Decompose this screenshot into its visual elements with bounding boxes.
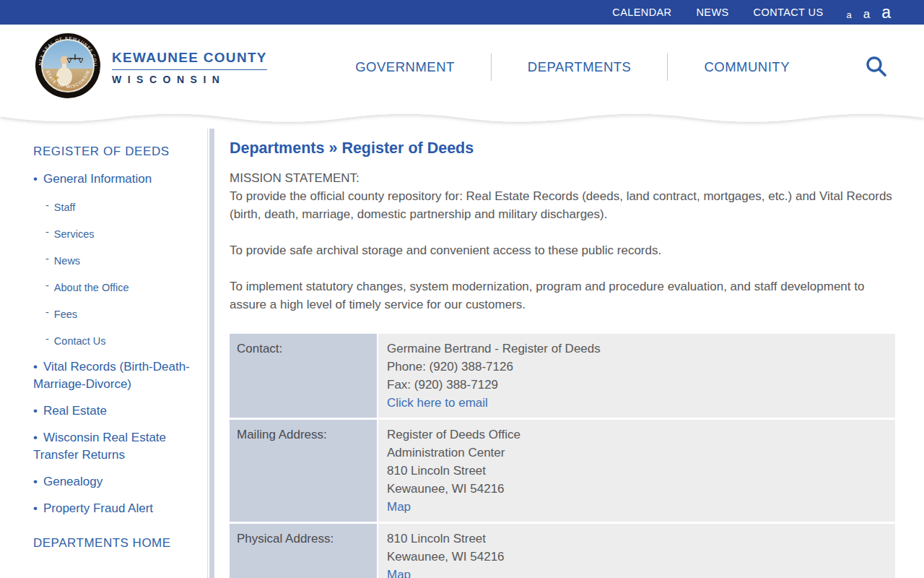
table-row: Physical Address: 810 Lincoln Street Kew… — [230, 524, 895, 578]
main-navigation: GOVERNMENT DEPARTMENTS COMMUNITY — [319, 53, 826, 81]
table-row: Contact: Germaine Bertrand - Register of… — [230, 334, 895, 418]
mission-statement-heading: MISSION STATEMENT: — [230, 169, 895, 187]
sidebar-item-label: Genealogy — [43, 475, 103, 488]
sidebar-item-label: Services — [54, 228, 95, 240]
nav-departments[interactable]: DEPARTMENTS — [492, 59, 668, 75]
sidebar-item-general-information[interactable]: •General Information — [33, 171, 199, 188]
row-value: Germaine Bertrand - Register of Deeds Ph… — [378, 334, 895, 418]
sidebar-item-label: Staff — [54, 202, 76, 213]
site-header: COUNTY SEAL OF KEWAUNEE COUNTY STATE OF … — [0, 25, 924, 110]
topbar-link-contact-us[interactable]: CONTACT US — [754, 7, 824, 18]
font-size-large-button[interactable]: a — [881, 4, 891, 21]
sidebar-item-staff[interactable]: -Staff — [45, 198, 199, 215]
mission-paragraph-1: To provide the official county repositor… — [230, 187, 895, 223]
main-content: Departments » Register of Deeds MISSION … — [214, 129, 924, 578]
sidebar-item-label: Real Estate — [43, 404, 107, 418]
row-label: Contact: — [230, 334, 377, 418]
row-value: Register of Deeds Office Administration … — [378, 420, 895, 522]
sidebar: REGISTER OF DEEDS •General Information -… — [0, 129, 208, 578]
search-button[interactable] — [865, 55, 888, 80]
dash-icon: - — [45, 306, 49, 318]
contact-phone: Phone: (920) 388-7126 — [387, 358, 886, 376]
sidebar-item-label: About the Office — [54, 282, 129, 293]
mailing-address-line: Register of Deeds Office — [387, 426, 886, 444]
top-utility-bar: CALENDAR NEWS CONTACT US a a a — [0, 0, 924, 25]
breadcrumb-departments-link[interactable]: Departments — [230, 139, 324, 157]
bullet-icon: • — [33, 475, 38, 488]
sidebar-item-label: Property Fraud Alert — [43, 501, 153, 515]
sidebar-item-property-fraud-alert[interactable]: •Property Fraud Alert — [33, 500, 199, 517]
bullet-icon: • — [33, 172, 38, 186]
topbar-links: CALENDAR NEWS CONTACT US — [612, 7, 823, 18]
dash-icon: - — [45, 333, 49, 345]
mission-paragraph-2: To provide safe archival storage and con… — [230, 241, 895, 259]
sidebar-menu: •General Information -Staff -Services -N… — [33, 171, 199, 517]
bullet-icon: • — [33, 404, 38, 418]
table-row: Mailing Address: Register of Deeds Offic… — [230, 420, 895, 522]
breadcrumb: Departments » Register of Deeds — [230, 139, 895, 158]
sidebar-title-register-of-deeds[interactable]: REGISTER OF DEEDS — [33, 144, 199, 159]
sidebar-item-label: Wisconsin Real Estate Transfer Returns — [33, 431, 166, 462]
map-link[interactable]: Map — [387, 500, 411, 514]
nav-community[interactable]: COMMUNITY — [668, 59, 826, 75]
mailing-address-line: 810 Lincoln Street — [387, 462, 886, 480]
physical-address-line: Kewaunee, WI 54216 — [387, 548, 886, 566]
sidebar-item-about-the-office[interactable]: -About the Office — [45, 278, 199, 295]
dash-icon: - — [45, 280, 49, 291]
content-layout: REGISTER OF DEEDS •General Information -… — [0, 129, 924, 578]
dash-icon: - — [45, 226, 49, 238]
dash-icon: - — [45, 199, 49, 211]
email-link[interactable]: Click here to email — [387, 396, 488, 410]
mailing-address-line: Administration Center — [387, 444, 886, 462]
sidebar-item-label: News — [54, 255, 80, 267]
row-label: Mailing Address: — [230, 420, 377, 522]
sidebar-item-contact-us[interactable]: -Contact Us — [45, 332, 199, 348]
sidebar-item-genealogy[interactable]: •Genealogy — [33, 473, 199, 491]
wave-divider — [0, 110, 924, 129]
sidebar-item-transfer-returns[interactable]: •Wisconsin Real Estate Transfer Returns — [33, 429, 199, 464]
bullet-icon: • — [33, 501, 38, 515]
sidebar-item-services[interactable]: -Services — [45, 225, 199, 241]
bullet-icon: • — [33, 431, 38, 444]
font-size-medium-button[interactable]: a — [863, 8, 870, 20]
dash-icon: - — [45, 253, 49, 264]
contact-info-table: Contact: Germaine Bertrand - Register of… — [230, 334, 895, 578]
site-title: KEWAUNEE COUNTY WISCONSIN — [112, 50, 267, 85]
breadcrumb-separator: » — [328, 139, 337, 157]
sidebar-item-news[interactable]: -News — [45, 251, 199, 268]
search-icon — [865, 69, 888, 80]
sidebar-item-label: Fees — [54, 309, 77, 320]
font-size-controls: a a a — [847, 4, 892, 21]
state-name: WISCONSIN — [112, 74, 267, 85]
row-value: 810 Lincoln Street Kewaunee, WI 54216 Ma… — [378, 524, 895, 578]
sidebar-item-label: General Information — [43, 172, 152, 186]
county-seal-logo: COUNTY SEAL OF KEWAUNEE COUNTY STATE OF … — [35, 33, 101, 102]
mission-paragraph-3: To implement statutory changes, system m… — [230, 277, 895, 314]
map-link[interactable]: Map — [387, 568, 411, 578]
physical-address-line: 810 Lincoln Street — [387, 530, 886, 548]
topbar-link-news[interactable]: NEWS — [696, 7, 728, 18]
sidebar-item-label: Vital Records (Birth-Death-Marriage-Divo… — [33, 360, 190, 391]
row-label: Physical Address: — [230, 524, 377, 578]
page-title: Register of Deeds — [341, 139, 474, 157]
site-logo-home-link[interactable]: COUNTY SEAL OF KEWAUNEE COUNTY STATE OF … — [35, 33, 267, 102]
bullet-icon: • — [33, 360, 38, 374]
topbar-link-calendar[interactable]: CALENDAR — [612, 7, 671, 18]
sidebar-item-fees[interactable]: -Fees — [45, 305, 199, 322]
sidebar-item-label: Contact Us — [54, 335, 106, 347]
mailing-address-line: Kewaunee, WI 54216 — [387, 480, 886, 498]
sidebar-item-real-estate[interactable]: •Real Estate — [33, 402, 199, 420]
contact-fax: Fax: (920) 388-7129 — [387, 376, 886, 394]
nav-government[interactable]: GOVERNMENT — [319, 59, 491, 75]
font-size-small-button[interactable]: a — [847, 10, 852, 20]
sidebar-departments-home-link[interactable]: DEPARTMENTS HOME — [33, 536, 199, 551]
contact-name: Germaine Bertrand - Register of Deeds — [387, 340, 886, 358]
sidebar-accent-bar — [209, 129, 214, 578]
county-name: KEWAUNEE COUNTY — [112, 50, 267, 70]
sidebar-item-vital-records[interactable]: •Vital Records (Birth-Death-Marriage-Div… — [33, 358, 199, 393]
